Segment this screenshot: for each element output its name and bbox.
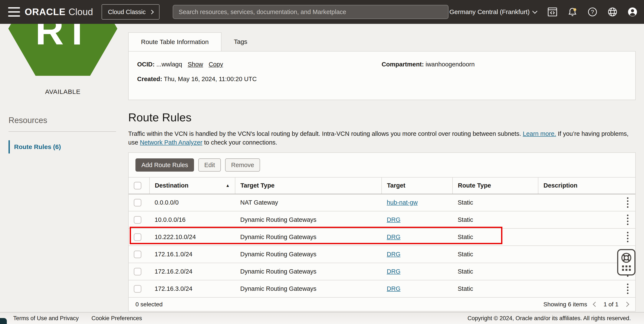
route-table-information-panel: OCID: ...wwlagq Show Copy Compartment: i… xyxy=(128,51,636,100)
row-checkbox[interactable] xyxy=(134,285,142,293)
row-actions-kebab-icon[interactable] xyxy=(625,231,630,243)
logo-cloud-text: Cloud xyxy=(68,6,93,17)
row-checkbox[interactable] xyxy=(134,251,142,258)
divider xyxy=(8,131,116,132)
region-label: Germany Central (Frankfurt) xyxy=(449,8,530,15)
tab-route-table-information[interactable]: Route Table Information xyxy=(128,32,222,51)
column-header-route-type: Route Type xyxy=(452,177,538,194)
pagination-previous-icon[interactable] xyxy=(593,302,598,307)
select-all-checkbox[interactable] xyxy=(134,182,142,189)
ocid-copy-link[interactable]: Copy xyxy=(209,61,223,68)
svg-text:?: ? xyxy=(591,9,594,15)
row-actions-kebab-icon[interactable] xyxy=(625,214,630,226)
cell-route-type: Static xyxy=(452,228,538,246)
add-route-rules-button[interactable]: Add Route Rules xyxy=(136,158,194,172)
status-badge: AVAILABLE xyxy=(0,88,126,95)
copyright-text: Copyright © 2024, Oracle and/or its affi… xyxy=(468,315,631,322)
row-checkbox[interactable] xyxy=(134,233,142,241)
menu-icon[interactable] xyxy=(8,7,20,16)
showing-items-text: Showing 6 items xyxy=(544,301,587,308)
user-avatar-icon[interactable] xyxy=(628,7,638,17)
cell-target-type: Dynamic Routing Gateways xyxy=(235,246,382,263)
table-row-highlighted: 10.222.10.0/24 Dynamic Routing Gateways … xyxy=(129,228,635,246)
row-checkbox[interactable] xyxy=(134,268,142,276)
table-row: 10.0.0.0/16 Dynamic Routing Gateways DRG… xyxy=(129,211,635,228)
column-header-target-type: Target Type xyxy=(235,177,382,194)
route-rules-description: Traffic within the VCN is handled by the… xyxy=(128,129,636,147)
cell-destination: 172.16.1.0/24 xyxy=(150,246,235,263)
cloud-classic-label: Cloud Classic xyxy=(108,8,146,15)
cell-route-type: Static xyxy=(452,194,538,211)
lifebuoy-help-icon xyxy=(620,252,632,264)
tab-tags[interactable]: Tags xyxy=(222,32,260,51)
chat-bubble-corner[interactable] xyxy=(0,318,7,324)
terms-link[interactable]: Terms of Use and Privacy xyxy=(13,315,79,322)
detail-tabs: Route Table Information Tags xyxy=(128,32,636,51)
row-checkbox[interactable] xyxy=(134,216,142,224)
resource-icon-area: RT xyxy=(0,24,126,77)
row-actions-kebab-icon[interactable] xyxy=(625,283,630,295)
cell-destination: 172.16.3.0/24 xyxy=(150,280,235,297)
created-label: Created: xyxy=(137,76,162,82)
page-title: Route Rules xyxy=(128,111,636,124)
cell-route-type: Static xyxy=(452,211,538,228)
cell-destination: 0.0.0.0/0 xyxy=(150,194,235,211)
route-rules-table: Destination ▲ Target Type Target Route T… xyxy=(129,177,635,298)
cell-target-type: Dynamic Routing Gateways xyxy=(235,228,382,246)
oracle-cloud-logo[interactable]: ORACLE Cloud xyxy=(25,6,93,17)
ocid-label: OCID: xyxy=(137,61,154,68)
search-input[interactable] xyxy=(173,5,448,19)
sort-ascending-icon[interactable]: ▲ xyxy=(226,183,230,188)
column-header-description: Description xyxy=(538,177,635,194)
description-text-3: to check your connections. xyxy=(204,139,277,146)
column-header-target: Target xyxy=(382,177,452,194)
target-link[interactable]: DRG xyxy=(387,216,400,223)
cell-route-type: Static xyxy=(452,280,538,297)
target-link[interactable]: DRG xyxy=(387,285,400,292)
sidebar-item-route-rules[interactable]: Route Rules (6) xyxy=(8,140,126,153)
created-value: Thu, May 16, 2024, 11:00:20 UTC xyxy=(164,76,256,82)
chevron-right-icon xyxy=(149,9,154,14)
resources-heading: Resources xyxy=(8,116,126,125)
target-link[interactable]: DRG xyxy=(387,251,400,258)
table-header-row: Destination ▲ Target Type Target Route T… xyxy=(129,177,635,194)
learn-more-link[interactable]: Learn more. xyxy=(523,130,556,137)
selected-count: 0 selected xyxy=(136,301,163,308)
remove-button[interactable]: Remove xyxy=(225,158,260,172)
region-selector[interactable]: Germany Central (Frankfurt) xyxy=(449,8,537,15)
description-text-1: Traffic within the VCN is handled by the… xyxy=(128,130,521,137)
target-link[interactable]: DRG xyxy=(387,234,400,240)
support-launcher-widget[interactable] xyxy=(617,249,636,276)
route-table-hexagon-icon: RT xyxy=(8,24,117,76)
cell-destination: 10.222.10.0/24 xyxy=(150,228,235,246)
edit-button[interactable]: Edit xyxy=(198,158,221,172)
table-row: 172.16.1.0/24 Dynamic Routing Gateways D… xyxy=(129,246,635,263)
page-footer: Terms of Use and Privacy Cookie Preferen… xyxy=(0,312,644,324)
cell-target-type: Dynamic Routing Gateways xyxy=(235,280,382,297)
language-globe-icon[interactable] xyxy=(607,7,618,17)
network-path-analyzer-link[interactable]: Network Path Analyzer xyxy=(140,139,202,146)
pagination-next-icon[interactable] xyxy=(624,302,629,307)
ocid-show-link[interactable]: Show xyxy=(188,61,203,68)
column-header-destination[interactable]: Destination xyxy=(155,182,188,189)
code-editor-icon[interactable] xyxy=(547,7,558,17)
topbar-controls: Germany Central (Frankfurt) ? xyxy=(449,7,638,17)
row-checkbox[interactable] xyxy=(134,199,142,207)
help-icon[interactable]: ? xyxy=(587,7,598,17)
cell-route-type: Static xyxy=(452,246,538,263)
cookie-preferences-link[interactable]: Cookie Preferences xyxy=(92,315,142,322)
top-navigation-bar: ORACLE Cloud Cloud Classic Germany Centr… xyxy=(0,0,644,24)
cell-destination: 10.0.0.0/16 xyxy=(150,211,235,228)
notifications-bell-icon[interactable] xyxy=(567,7,578,17)
target-link[interactable]: DRG xyxy=(387,268,400,275)
logo-oracle-text: ORACLE xyxy=(25,6,66,17)
target-link[interactable]: hub-nat-gw xyxy=(387,199,418,206)
resource-initials: RT xyxy=(8,24,117,51)
table-row: 172.16.2.0/24 Dynamic Routing Gateways D… xyxy=(129,263,635,280)
row-actions-kebab-icon[interactable] xyxy=(625,197,630,209)
cloud-classic-button[interactable]: Cloud Classic xyxy=(102,4,160,19)
chevron-down-icon xyxy=(532,8,537,14)
main-content: Route Table Information Tags OCID: ...ww… xyxy=(128,24,636,312)
compartment-value: iwanhoogendoorn xyxy=(426,61,475,68)
cell-target-type: Dynamic Routing Gateways xyxy=(235,263,382,280)
